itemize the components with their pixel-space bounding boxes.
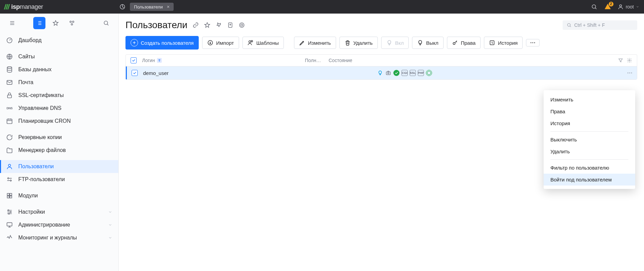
module-icon (6, 192, 13, 199)
col-login[interactable]: Логин (142, 58, 305, 63)
tab-users[interactable]: Пользователи (130, 3, 174, 11)
context-menu: Изменить Права История Выключить Удалить… (544, 90, 635, 189)
row-login: demo_user (143, 70, 169, 76)
plus-icon: + (131, 39, 138, 46)
help-icon[interactable] (238, 22, 245, 28)
page-header: Пользователи (119, 14, 644, 34)
ctx-history[interactable]: История (544, 117, 635, 129)
import-button[interactable]: Импорт (202, 37, 239, 49)
sidebar-item-mail[interactable]: Почта (0, 76, 118, 89)
db-icon (6, 66, 13, 73)
sidebar: Дашборд Сайты Базы данных Почта SSL (0, 14, 119, 271)
svg-point-20 (8, 213, 9, 214)
bulb-icon (377, 70, 383, 76)
content: Пользователи + (119, 14, 644, 271)
sidebar-item-label: Мониторинг и журналы (18, 235, 77, 241)
rights-button[interactable]: Права (447, 37, 481, 49)
history-button[interactable]: История (484, 37, 523, 49)
sidebar-item-dashboard[interactable]: Дашборд (0, 34, 118, 47)
row-checkbox[interactable] (132, 70, 138, 76)
user-menu[interactable]: root (618, 4, 639, 10)
table-row[interactable]: demo_user CGI SSL PHP (126, 66, 637, 79)
addons-icon[interactable] (66, 17, 78, 29)
gear-icon[interactable] (627, 58, 632, 63)
toolbar: + Создать пользователя Импорт Шаблоны (119, 34, 644, 54)
sidebar-item-monitoring[interactable]: Мониторинг и журналы (0, 231, 118, 244)
edit-button[interactable]: Изменить (294, 37, 336, 49)
sidebar-item-label: Почта (18, 79, 33, 85)
sidebar-item-dns[interactable]: DNS Управление DNS (0, 102, 118, 115)
filter-icon[interactable] (618, 58, 623, 63)
link-icon[interactable] (192, 22, 199, 28)
row-more-icon[interactable] (627, 72, 633, 74)
svg-point-3 (70, 21, 72, 23)
sidebar-item-backups[interactable]: Резервные копии (0, 131, 118, 144)
sidebar-item-modules[interactable]: Модули (0, 189, 118, 202)
templates-button[interactable]: Шаблоны (242, 37, 284, 49)
sidebar-item-filemanager[interactable]: Менеджер файлов (0, 144, 118, 157)
search-icon[interactable] (590, 3, 598, 11)
svg-rect-21 (7, 222, 12, 226)
ctx-edit[interactable]: Изменить (544, 94, 635, 105)
page-search[interactable] (563, 20, 637, 30)
sidebar-item-databases[interactable]: Базы данных (0, 63, 118, 76)
chevron-down-icon (108, 223, 112, 227)
sidebar-item-settings[interactable]: Настройки (0, 206, 118, 218)
key-icon (452, 40, 458, 46)
topbar: ispmanager Пользователи 2 ro (0, 0, 644, 14)
svg-point-13 (8, 164, 11, 167)
create-user-button[interactable]: + Создать пользователя (125, 36, 199, 50)
svg-point-19 (10, 211, 11, 212)
sidebar-item-ssl[interactable]: SSL-сертификаты (0, 89, 118, 102)
chevron-down-icon (108, 236, 112, 240)
sidebar-search-icon[interactable] (100, 17, 112, 29)
sidebar-item-cron[interactable]: Планировщик CRON (0, 115, 118, 128)
sidebar-item-label: Планировщик CRON (18, 118, 71, 124)
svg-rect-15 (10, 193, 12, 195)
select-all-checkbox[interactable] (131, 57, 137, 63)
svg-point-32 (532, 42, 533, 43)
star-icon[interactable] (204, 22, 211, 28)
sidebar-item-label: Резервные копии (18, 134, 62, 140)
ctx-filter-user[interactable]: Фильтр по пользователю (544, 162, 635, 174)
chevron-down-icon (108, 210, 112, 214)
sidebar-item-label: Пользователи (18, 163, 54, 170)
svg-point-9 (7, 67, 12, 69)
sidebar-item-admin[interactable]: Администрирование (0, 218, 118, 231)
search-input[interactable] (574, 22, 633, 28)
col-state[interactable]: Состояние (329, 58, 618, 63)
pin-icon[interactable] (215, 22, 222, 28)
notification-badge: 2 (609, 2, 613, 6)
sidebar-item-ftp[interactable]: FTP-пользователи (0, 173, 118, 186)
dashboard-tab-icon[interactable] (118, 2, 127, 12)
tab-users-label: Пользователи (134, 4, 163, 9)
delete-button[interactable]: Удалить (339, 37, 378, 49)
ctx-delete[interactable]: Удалить (544, 146, 635, 157)
sidebar-item-sites[interactable]: Сайты (0, 50, 118, 63)
more-button[interactable] (526, 39, 540, 46)
logo-text: ispmanager (11, 3, 43, 11)
ctx-rights[interactable]: Права (544, 105, 635, 117)
row-state-badges: CGI SSL PHP (377, 70, 432, 76)
svg-rect-16 (7, 196, 9, 198)
logo[interactable]: ispmanager (5, 3, 43, 11)
notifications-icon[interactable]: 2 (604, 3, 611, 11)
menu-toggle-icon[interactable] (6, 17, 18, 29)
ctx-disable[interactable]: Выключить (544, 134, 635, 146)
view-list-icon[interactable] (33, 17, 45, 29)
close-icon[interactable] (165, 4, 171, 9)
svg-point-5 (71, 24, 73, 25)
sidebar-item-users[interactable]: Пользователи (0, 160, 118, 173)
sidebar-item-label: Менеджер файлов (18, 147, 66, 153)
svg-point-28 (251, 40, 253, 42)
star-icon[interactable] (50, 17, 62, 29)
pencil-icon (299, 40, 305, 46)
sidebar-item-label: Управление DNS (18, 105, 61, 111)
disable-button[interactable]: Выкл (412, 37, 443, 49)
col-fullname[interactable]: Полн… (305, 58, 329, 63)
page-title: Пользователи (125, 20, 188, 31)
ctx-login-as-user[interactable]: Войти под пользователем (544, 174, 635, 186)
svg-point-33 (534, 42, 535, 43)
bulb-on-icon (386, 40, 392, 46)
export-icon[interactable] (227, 22, 234, 28)
